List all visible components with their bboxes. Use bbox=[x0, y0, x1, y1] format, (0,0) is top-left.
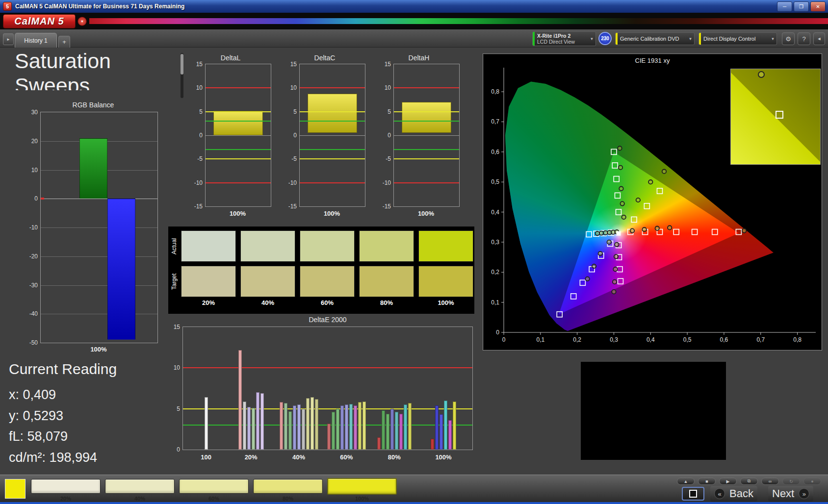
restore-button[interactable]: ❐ bbox=[794, 1, 809, 12]
current-pattern-chip[interactable] bbox=[5, 479, 26, 499]
svg-text:0,3: 0,3 bbox=[491, 239, 499, 246]
y-tick-label: 5 bbox=[375, 108, 391, 115]
svg-text:0,1: 0,1 bbox=[536, 336, 544, 343]
stop-icon bbox=[689, 490, 697, 498]
reference-line bbox=[183, 367, 472, 368]
stop-button[interactable] bbox=[682, 487, 704, 501]
zoom-slider[interactable] bbox=[181, 53, 183, 98]
target-point-icon bbox=[776, 111, 783, 119]
swatch-comparison-panel: ActualTarget20%40%60%80%100% bbox=[168, 227, 474, 314]
collapse-button[interactable]: ◄ bbox=[813, 32, 825, 45]
target-swatch bbox=[418, 266, 473, 297]
y-tick-label: -20 bbox=[22, 253, 38, 260]
pattern-swatch-60%[interactable] bbox=[179, 479, 249, 494]
help-button[interactable]: ? bbox=[798, 32, 810, 45]
eject-button[interactable]: ▲ bbox=[677, 478, 695, 485]
gridline bbox=[41, 256, 157, 257]
y-tick-label: 10 bbox=[375, 84, 391, 91]
deltae-bar bbox=[444, 401, 447, 450]
deltae-bar bbox=[362, 402, 366, 450]
frames-button[interactable]: ⧉ bbox=[740, 478, 758, 485]
pattern-swatch-40%[interactable] bbox=[105, 479, 175, 494]
deltae-bar bbox=[310, 397, 314, 450]
source-label: Generic Calibration DVD bbox=[618, 35, 687, 43]
reference-line bbox=[300, 149, 365, 150]
deltae-bar bbox=[280, 402, 283, 450]
deltae-plot: 05101510020%40%60%80%100% bbox=[182, 327, 473, 450]
source-dropdown[interactable]: Generic Calibration DVD ▼ bbox=[615, 32, 695, 45]
gridline bbox=[41, 227, 157, 228]
y-tick-label: -10 bbox=[22, 224, 38, 231]
minimize-button[interactable]: ─ bbox=[777, 1, 792, 12]
loop-button[interactable]: ∞ bbox=[761, 478, 779, 485]
stop-small-button[interactable]: ■ bbox=[698, 478, 716, 485]
deltae-bar bbox=[247, 407, 251, 450]
title-bar: 5 CalMAN 5 CalMAN Ultimate for Business … bbox=[0, 0, 828, 13]
close-button[interactable]: ✕ bbox=[810, 1, 826, 12]
next-button[interactable]: Next » bbox=[768, 486, 813, 502]
zero-line bbox=[394, 135, 459, 136]
pattern-swatch-100%[interactable] bbox=[327, 478, 397, 495]
reference-line bbox=[183, 408, 472, 409]
y-tick-label: 5 bbox=[187, 108, 203, 115]
chart-deltaL: DeltaL 151050-5-10-15 100% bbox=[188, 54, 273, 227]
logo-dropdown-button[interactable]: ▼ bbox=[78, 17, 87, 26]
deltae-bar bbox=[435, 405, 439, 450]
deltae-bar bbox=[252, 408, 255, 450]
chevron-down-icon: ▼ bbox=[80, 20, 84, 23]
svg-text:0,8: 0,8 bbox=[793, 336, 802, 343]
actual-swatch bbox=[359, 230, 414, 262]
current-reading: Current Reading x: 0,409 y: 0,5293 fL: 5… bbox=[9, 361, 117, 468]
y-tick-label: -5 bbox=[187, 155, 203, 162]
meter-dropdown[interactable]: X-Rite i1Pro 2 LCD Direct View ▼ bbox=[532, 31, 596, 46]
transport-bar: 20%40%60%80%100% ▲■▶⧉∞↻● « Back Next » bbox=[0, 475, 828, 502]
y-tick-label: 0 bbox=[281, 132, 297, 139]
reference-line bbox=[206, 182, 271, 183]
deltae-bar bbox=[306, 398, 310, 450]
gridline bbox=[41, 285, 157, 286]
zero-line bbox=[300, 135, 365, 136]
svg-text:0,4: 0,4 bbox=[647, 336, 655, 343]
gear-icon: ⚙ bbox=[785, 35, 791, 43]
back-button[interactable]: « Back bbox=[710, 486, 757, 502]
svg-text:0,6: 0,6 bbox=[720, 336, 728, 343]
y-tick-label: -5 bbox=[281, 155, 297, 162]
pattern-swatch-label: 80% bbox=[253, 496, 323, 502]
display-control-dropdown[interactable]: Direct Display Control ▼ bbox=[699, 32, 777, 45]
tab-history-1[interactable]: History 1 bbox=[15, 33, 57, 48]
deltae-bar bbox=[386, 414, 389, 450]
reference-line bbox=[394, 158, 459, 159]
deltae-bar bbox=[336, 409, 339, 450]
target-swatch bbox=[181, 266, 236, 297]
y-tick-label: 30 bbox=[22, 109, 38, 116]
play-button[interactable]: ▶ bbox=[719, 478, 737, 485]
pattern-swatch-80%[interactable] bbox=[253, 479, 323, 494]
meter-badge: 230 bbox=[598, 32, 612, 45]
rainbow-strip bbox=[89, 18, 828, 24]
chart-cie-1931: CIE 1931 xy 00,10,20,30,40,50,60,70,800,… bbox=[483, 54, 822, 350]
refresh-button[interactable]: ↻ bbox=[782, 478, 800, 485]
pattern-swatch-label: 60% bbox=[179, 496, 249, 502]
calman-logo[interactable]: CalMAN 5 bbox=[3, 14, 76, 28]
deltae-bar bbox=[256, 392, 259, 450]
slider-handle[interactable] bbox=[181, 54, 183, 75]
reference-line bbox=[300, 111, 365, 112]
reference-line bbox=[394, 87, 459, 88]
deltae-bar bbox=[288, 411, 292, 450]
x-category-label: 80% bbox=[380, 454, 409, 461]
add-tab-button[interactable]: + bbox=[58, 36, 70, 48]
record-button[interactable]: ● bbox=[803, 478, 821, 485]
column-label: 80% bbox=[359, 299, 414, 306]
reference-line bbox=[300, 121, 365, 122]
column-label: 60% bbox=[300, 299, 355, 306]
pattern-swatch-20%[interactable] bbox=[31, 479, 101, 494]
actual-swatch bbox=[300, 230, 355, 262]
page-title: Saturation Sweeps bbox=[15, 49, 177, 90]
panel-toggle-button[interactable]: ► bbox=[3, 33, 14, 45]
svg-text:0,5: 0,5 bbox=[683, 336, 692, 343]
reading-cdm2: cd/m²: 198,994 bbox=[9, 447, 117, 468]
measurement-point-icon bbox=[758, 71, 765, 78]
y-tick-label: 10 bbox=[187, 84, 203, 91]
tab-bar: ► History 1 + X-Rite i1Pro 2 LCD Direct … bbox=[0, 29, 828, 48]
settings-button[interactable]: ⚙ bbox=[782, 32, 795, 45]
